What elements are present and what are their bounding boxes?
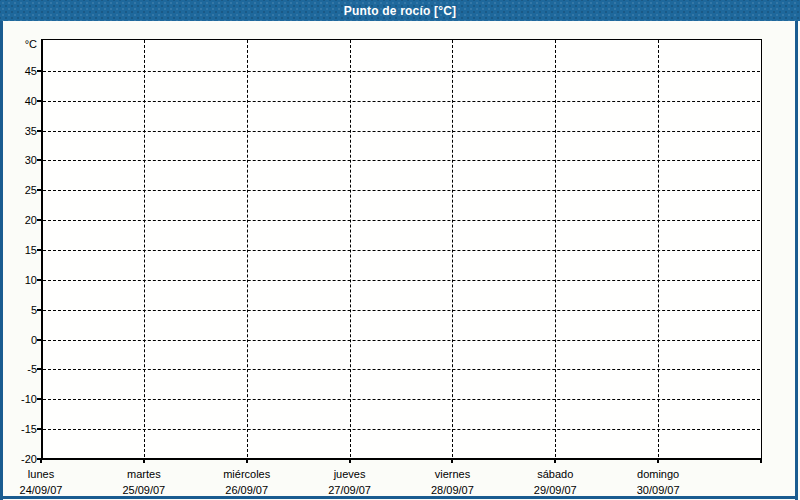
v-gridline: [144, 40, 145, 457]
y-tick-label: 5: [0, 304, 37, 316]
v-gridline: [247, 40, 248, 457]
h-gridline: [43, 429, 760, 430]
x-tick-mark: [349, 459, 351, 463]
y-tick-label: 40: [0, 95, 37, 107]
y-tick-mark: [37, 339, 41, 341]
h-gridline: [43, 340, 760, 341]
h-gridline: [43, 310, 760, 311]
y-tick-mark: [37, 368, 41, 370]
y-tick-mark: [37, 100, 41, 102]
y-tick-label: 45: [0, 65, 37, 77]
window-border-right: [795, 21, 798, 500]
window-titlebar: Punto de rocío [°C]: [0, 0, 800, 21]
y-tick-label: 15: [0, 244, 37, 256]
y-tick-mark: [37, 428, 41, 430]
y-tick-mark: [37, 70, 41, 72]
h-gridline: [43, 131, 760, 132]
y-tick-label: -20: [0, 453, 37, 465]
v-gridline: [350, 40, 351, 457]
y-tick-mark: [37, 309, 41, 311]
x-tick-mark: [143, 459, 145, 463]
y-tick-label: 20: [0, 214, 37, 226]
x-tick-mark: [40, 459, 42, 463]
h-gridline: [43, 280, 760, 281]
x-tick-day-label: domingo: [598, 468, 718, 481]
h-gridline: [43, 220, 760, 221]
y-tick-label: -10: [0, 393, 37, 405]
x-tick-mark: [451, 459, 453, 463]
y-tick-mark: [37, 130, 41, 132]
plot-area: [41, 39, 762, 460]
v-gridline: [555, 40, 556, 457]
x-tick-mark: [760, 459, 762, 463]
h-gridline: [43, 71, 760, 72]
y-tick-mark: [37, 189, 41, 191]
h-gridline: [43, 399, 760, 400]
y-tick-label: 10: [0, 274, 37, 286]
h-gridline: [43, 160, 760, 161]
x-tick-mark: [246, 459, 248, 463]
y-tick-label: -15: [0, 423, 37, 435]
h-gridline: [43, 250, 760, 251]
v-gridline: [658, 40, 659, 457]
h-gridline: [43, 101, 760, 102]
h-gridline: [43, 369, 760, 370]
y-tick-label: 35: [0, 125, 37, 137]
y-tick-mark: [37, 249, 41, 251]
y-tick-label: 0: [0, 334, 37, 346]
y-tick-mark: [37, 159, 41, 161]
page-title: Punto de rocío [°C]: [344, 4, 457, 18]
chart-window: Punto de rocío [°C] °C 45403530252015105…: [0, 0, 800, 500]
y-tick-mark: [37, 279, 41, 281]
y-tick-label: 25: [0, 184, 37, 196]
y-tick-mark: [37, 398, 41, 400]
y-tick-label: 30: [0, 154, 37, 166]
y-tick-mark: [37, 219, 41, 221]
y-axis-unit-label: °C: [0, 38, 37, 50]
y-tick-label: -5: [0, 363, 37, 375]
h-gridline: [43, 190, 760, 191]
x-tick-mark: [657, 459, 659, 463]
v-gridline: [452, 40, 453, 457]
x-tick-date-label: 30/09/07: [598, 484, 718, 497]
x-tick-mark: [554, 459, 556, 463]
